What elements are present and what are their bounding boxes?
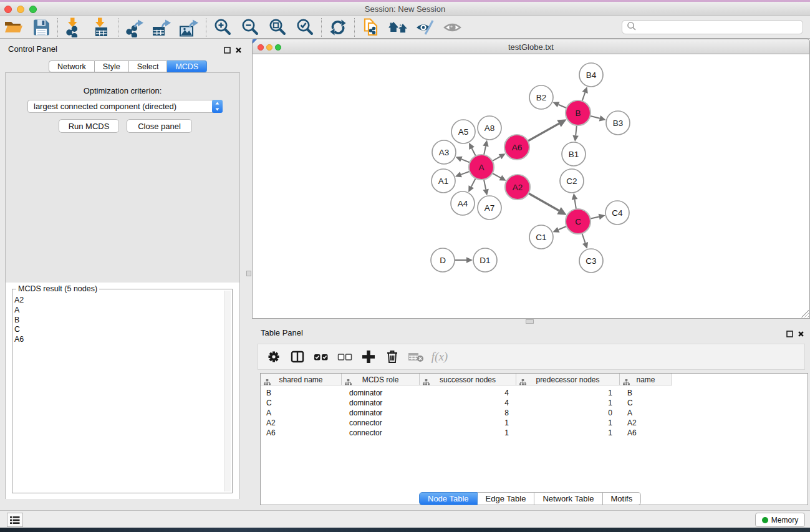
control-tab-network[interactable]: Network (49, 60, 95, 72)
cell[interactable]: dominator (349, 398, 413, 408)
node-C3[interactable]: C3 (579, 249, 603, 273)
table-tab-motifs[interactable]: Motifs (603, 492, 642, 505)
node-A3[interactable]: A3 (432, 140, 456, 164)
search-input[interactable] (622, 20, 803, 34)
mcds-result-item[interactable]: A6 (14, 335, 24, 345)
cell[interactable]: 1 (524, 398, 612, 408)
node-B3[interactable]: B3 (606, 111, 630, 135)
cell[interactable]: 8 (427, 408, 509, 418)
node-A4[interactable]: A4 (451, 191, 475, 215)
table-tab-node-table[interactable]: Node Table (419, 492, 478, 505)
cell[interactable]: 1 (524, 418, 612, 428)
cell[interactable]: A2 (266, 418, 335, 428)
node-C1[interactable]: C1 (529, 225, 553, 249)
node-C[interactable]: C (566, 209, 591, 234)
cell[interactable]: B (266, 388, 335, 398)
import-table-icon[interactable] (88, 17, 115, 38)
show-eye-icon[interactable] (440, 17, 467, 38)
mcds-result-item[interactable]: A2 (14, 296, 24, 306)
cell[interactable]: 0 (524, 408, 612, 418)
column-header-successor-nodes[interactable]: successor nodes (420, 374, 516, 385)
memory-button[interactable]: Memory (755, 513, 805, 527)
zoom-fit-icon[interactable] (264, 17, 291, 38)
node-B[interactable]: B (566, 100, 591, 125)
delete-table-icon[interactable] (404, 346, 428, 367)
save-session-icon[interactable] (27, 17, 55, 38)
node-D[interactable]: D (431, 248, 455, 272)
column-header-predecessor-nodes[interactable]: predecessor nodes (516, 374, 620, 385)
mcds-result-item[interactable]: C (14, 325, 24, 335)
export-image-icon[interactable] (176, 17, 203, 38)
node-D1[interactable]: D1 (473, 248, 497, 272)
cell[interactable]: A (627, 408, 666, 418)
function-builder-icon[interactable]: f(x) (428, 346, 451, 367)
close-panel-icon[interactable] (235, 45, 242, 56)
cell[interactable]: A2 (627, 418, 666, 428)
node-A8[interactable]: A8 (478, 116, 501, 140)
network-canvas[interactable]: B4B2BB3A8A5A6A3B1AA1C2A2A4A7C4CC1C3DD1 (252, 54, 810, 319)
node-B4[interactable]: B4 (579, 63, 603, 87)
window-resize-grip[interactable] (801, 310, 809, 317)
cell[interactable]: 4 (427, 388, 509, 398)
node-A2[interactable]: A2 (505, 175, 530, 200)
select-all-icon[interactable] (309, 346, 333, 367)
cell[interactable]: dominator (349, 388, 413, 398)
table-float-icon[interactable] (786, 329, 793, 340)
table-tab-edge-table[interactable]: Edge Table (478, 492, 535, 505)
node-C4[interactable]: C4 (605, 201, 629, 225)
mcds-result-item[interactable]: A (14, 306, 24, 316)
delete-row-icon[interactable] (380, 346, 404, 367)
network-window-titlebar[interactable]: testGlobe.txt (252, 39, 810, 54)
settings-icon[interactable] (262, 346, 286, 367)
cell[interactable]: C (627, 398, 666, 408)
cell[interactable]: A6 (266, 428, 335, 438)
table-tab-network-table[interactable]: Network Table (534, 492, 602, 505)
node-B2[interactable]: B2 (529, 85, 553, 109)
cell[interactable]: 1 (524, 388, 612, 398)
node-A5[interactable]: A5 (451, 120, 475, 143)
node-table[interactable]: shared nameMCDS rolesuccessor nodesprede… (260, 373, 808, 505)
cell[interactable]: B (627, 388, 666, 398)
cell[interactable]: connector (349, 428, 413, 438)
cell[interactable]: A6 (627, 428, 666, 438)
cell[interactable]: dominator (349, 408, 413, 418)
cell[interactable]: 1 (524, 428, 612, 438)
horizontal-splitter-handle[interactable] (526, 319, 534, 324)
cell[interactable]: 1 (427, 418, 509, 428)
run-mcds-button[interactable]: Run MCDS (59, 119, 119, 133)
node-C2[interactable]: C2 (560, 169, 584, 193)
cell[interactable]: C (266, 398, 335, 408)
mcds-result-item[interactable]: B (14, 316, 24, 326)
zoom-selected-icon[interactable] (291, 17, 319, 38)
export-network-icon[interactable] (121, 17, 148, 38)
vertical-splitter-handle[interactable] (246, 271, 251, 276)
node-A1[interactable]: A1 (432, 169, 455, 193)
control-tab-style[interactable]: Style (95, 60, 129, 72)
zoom-in-icon[interactable] (209, 17, 236, 38)
column-header-shared-name[interactable]: shared name (261, 374, 342, 385)
cell[interactable]: 1 (427, 428, 509, 438)
cell[interactable]: connector (349, 418, 413, 428)
deselect-all-icon[interactable] (333, 346, 357, 367)
cell[interactable]: 4 (427, 398, 509, 408)
cell[interactable]: A (266, 408, 335, 418)
column-header-MCDS-role[interactable]: MCDS role (342, 374, 420, 385)
hide-eye-icon[interactable] (412, 17, 440, 38)
home-icon[interactable] (385, 17, 412, 38)
control-tab-select[interactable]: Select (129, 60, 168, 72)
export-table-icon[interactable] (148, 17, 176, 38)
node-A7[interactable]: A7 (478, 196, 501, 220)
control-tab-mcds[interactable]: MCDS (167, 60, 207, 72)
optimization-criterion-select[interactable]: largest connected component (directed) (27, 100, 223, 113)
open-file-icon[interactable] (0, 17, 27, 38)
close-panel-button[interactable]: Close panel (127, 119, 192, 133)
mcds-scrollbar[interactable] (224, 291, 231, 491)
node-B1[interactable]: B1 (562, 142, 586, 166)
zoom-out-icon[interactable] (236, 17, 264, 38)
refresh-icon[interactable] (324, 17, 352, 38)
node-A6[interactable]: A6 (504, 135, 529, 160)
node-A[interactable]: A (469, 155, 494, 180)
import-network-icon[interactable] (60, 17, 88, 38)
table-close-icon[interactable] (798, 329, 804, 340)
add-row-icon[interactable] (357, 346, 380, 367)
